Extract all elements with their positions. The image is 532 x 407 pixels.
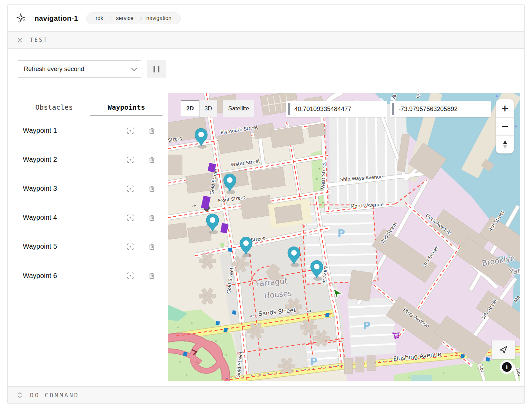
focus-waypoint-button[interactable] [126,184,135,193]
chevron-down-icon [131,66,137,71]
collapse-icon [17,37,22,43]
parking-icon: P [310,356,317,368]
waypoint-label: Waypoint 4 [18,214,114,221]
waypoint-row: Waypoint 5 [18,232,162,261]
waypoint-row: Waypoint 2 [18,145,162,174]
pause-button[interactable] [147,60,166,78]
locate-button[interactable] [492,340,515,359]
trash-icon [148,243,156,250]
trash-icon [148,272,156,279]
parking-icon: P [363,320,371,332]
do-command-label: DO COMMAND [30,392,79,399]
delete-waypoint-button[interactable] [147,213,156,222]
delete-waypoint-button[interactable] [147,126,156,135]
delete-waypoint-button[interactable] [147,242,156,251]
sparkles-icon [16,13,27,24]
tab-obstacles[interactable]: Obstacles [18,100,90,116]
navigation-card: navigation-1 rdk service navigation TEST… [7,4,525,404]
delete-waypoint-button[interactable] [147,155,156,164]
traffic-signal-icon [461,354,465,358]
refresh-rate-select[interactable]: Refresh every second [18,60,141,78]
expand-icon [17,392,22,398]
breadcrumb-item: service [114,15,136,21]
map-view-toggle: 2D 3D Satellite [181,100,254,117]
breadcrumb-item: navigation [144,15,174,21]
waypoint-label: Waypoint 5 [18,242,114,250]
traffic-signal-icon [325,313,329,317]
focus-waypoint-button[interactable] [126,126,135,135]
waypoint-row: Waypoint 3 [18,174,162,203]
longitude-input[interactable] [390,101,491,117]
breadcrumb: rdk service navigation [86,12,181,24]
trash-icon [148,185,156,192]
chevron-right-icon [138,16,142,20]
breadcrumb-item: rdk [93,15,105,21]
pause-icon [154,66,155,72]
center-focus-icon [126,156,135,164]
traffic-signal-icon [486,357,490,361]
tab-waypoints[interactable]: Waypoints [90,100,163,116]
latitude-handle [288,103,290,115]
waypoint-label: Waypoint 2 [18,156,114,163]
focus-waypoint-button[interactable] [126,271,135,280]
map-canvas[interactable]: PPP h StreetPlymouth StreetWater StreetF… [168,93,520,381]
traffic-signal-icon [183,352,187,356]
map-image: PPP h StreetPlymouth StreetWater StreetF… [168,93,520,381]
test-section-header[interactable]: TEST [8,31,524,49]
longitude-handle [392,103,394,115]
center-focus-icon [126,242,135,251]
trash-icon [148,156,156,163]
zoom-out-button[interactable]: − [496,117,514,136]
waypoint-row: Waypoint 4 [18,203,162,232]
zoom-in-button[interactable]: + [496,99,514,117]
attribution-button[interactable]: i [500,360,514,374]
traffic-signal-icon [216,321,220,325]
delete-waypoint-button[interactable] [147,184,156,193]
refresh-controls: Refresh every second [8,49,524,78]
delete-waypoint-button[interactable] [147,271,156,280]
traffic-signal-icon [232,310,236,315]
test-section-label: TEST [30,37,48,43]
test-content: Obstacles Waypoints Waypoint 1 Waypoint … [8,93,524,381]
compass-icon [501,140,509,149]
view-satellite-button[interactable]: Satellite [223,100,254,117]
waypoint-row: Waypoint 1 [18,116,162,145]
view-3d-button[interactable]: 3D [199,100,217,117]
focus-waypoint-button[interactable] [126,213,135,222]
compass-button[interactable] [496,135,514,153]
traffic-signal-icon [228,248,232,252]
traffic-signal-icon [224,328,228,332]
center-focus-icon [126,214,135,222]
svg-text:West Street: West Street [320,162,327,189]
svg-text:→: → [191,202,196,209]
view-2d-button[interactable]: 2D [181,100,199,117]
panel-tabs: Obstacles Waypoints [18,100,162,116]
waypoint-row: Waypoint 6 [18,261,162,290]
refresh-rate-value: Refresh every second [24,66,84,73]
page-title: navigation-1 [35,14,78,22]
center-focus-icon [126,185,135,193]
card-header: navigation-1 rdk service navigation [8,5,524,31]
focus-waypoint-button[interactable] [126,155,135,164]
svg-text:Yar: Yar [508,266,520,277]
chevron-right-icon [107,16,112,20]
latitude-input[interactable] [286,101,387,117]
waypoints-panel: Obstacles Waypoints Waypoint 1 Waypoint … [8,93,168,381]
pause-icon [158,66,159,72]
trash-icon [148,214,156,221]
svg-text:←: ← [250,312,255,319]
waypoint-list: Waypoint 1 Waypoint 2 [18,116,168,290]
do-command-section-header[interactable]: DO COMMAND [8,386,524,404]
navigate-arrow-icon [499,345,508,354]
center-focus-icon [126,127,135,135]
waypoint-label: Waypoint 6 [18,272,114,280]
svg-text:→: → [306,307,312,314]
center-focus-icon [126,271,135,280]
trash-icon [148,127,156,135]
parking-icon: P [337,227,345,239]
waypoint-label: Waypoint 1 [18,127,114,135]
focus-waypoint-button[interactable] [126,242,135,251]
info-icon: i [502,362,512,372]
zoom-control: + − [496,99,514,153]
waypoint-label: Waypoint 3 [18,185,114,192]
